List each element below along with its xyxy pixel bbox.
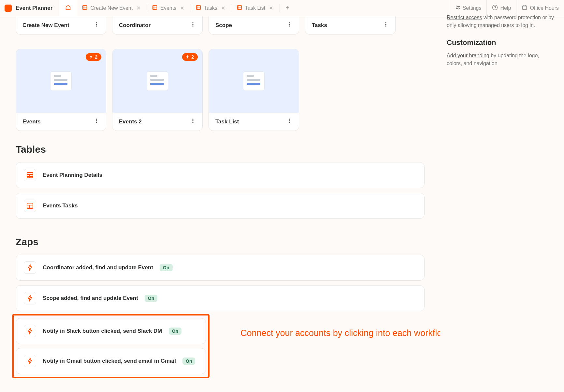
annotation-text: Connect your accounts by clicking into e… — [240, 328, 440, 338]
status-badge: On — [160, 264, 172, 271]
tab-label: Task List — [245, 5, 265, 11]
zap-icon — [24, 325, 36, 337]
page-icon — [237, 5, 242, 12]
settings-icon — [455, 5, 460, 12]
tab-task-list[interactable]: Task List ✕ — [232, 0, 280, 16]
table-row-events-tasks[interactable]: Events Tasks — [16, 193, 425, 219]
tab-events[interactable]: Events ✕ — [147, 0, 191, 16]
doc-thumb-icon — [147, 72, 168, 91]
close-icon[interactable]: ✕ — [179, 5, 186, 12]
zap-row-scope[interactable]: Scope added, find and update Event On — [16, 285, 425, 311]
badge-count: 2 — [191, 54, 194, 60]
card-title: Events — [22, 119, 41, 125]
card-title: Events 2 — [119, 119, 142, 125]
card-preview: 2 — [16, 49, 106, 113]
card-coordinator[interactable]: Coordinator — [112, 16, 203, 35]
table-title: Event Planning Details — [43, 172, 102, 178]
card-menu-button[interactable] — [94, 118, 99, 125]
card-preview — [209, 49, 299, 113]
card-title: Coordinator — [119, 22, 151, 29]
tab-create-new-event[interactable]: Create New Event ✕ — [77, 0, 147, 16]
add-branding-link[interactable]: Add your branding — [447, 53, 489, 58]
page-icon — [152, 5, 158, 12]
bolt-icon — [185, 55, 189, 59]
card-menu-button[interactable] — [286, 118, 292, 125]
card-title: Create New Event — [22, 22, 69, 29]
zap-icon — [24, 292, 36, 304]
card-preview: 2 — [112, 49, 202, 113]
table-title: Events Tasks — [43, 203, 78, 209]
help-icon — [492, 5, 498, 12]
card-menu-button[interactable] — [190, 118, 196, 125]
tab-tasks[interactable]: Tasks ✕ — [191, 0, 232, 16]
section-tables: Tables Event Planning Details Events Tas… — [0, 131, 440, 219]
brand-area: Event Planner — [5, 5, 59, 12]
tab-label: Events — [160, 5, 176, 11]
sidebar-paragraph: Restrict access with password protection… — [447, 14, 554, 29]
card-events-2[interactable]: 2 Events 2 — [112, 49, 203, 131]
doc-thumb-icon — [243, 72, 264, 91]
close-icon[interactable]: ✕ — [220, 5, 227, 12]
card-tasks[interactable]: Tasks — [305, 16, 396, 35]
zap-row-gmail[interactable]: Notify in Gmail button clicked, send ema… — [16, 348, 206, 374]
brand-title: Event Planner — [16, 5, 52, 11]
tab-label: Create New Event — [90, 5, 133, 11]
status-badge: On — [169, 328, 181, 335]
help-label: Help — [500, 5, 511, 11]
table-icon — [24, 200, 36, 212]
zap-count-badge: 2 — [86, 53, 101, 61]
card-menu-button[interactable] — [190, 21, 196, 29]
badge-count: 2 — [95, 54, 97, 60]
card-menu-button[interactable] — [94, 21, 99, 29]
table-row-event-planning-details[interactable]: Event Planning Details — [16, 162, 425, 188]
home-icon — [65, 5, 71, 12]
customization-heading: Customization — [447, 37, 554, 48]
card-title: Task List — [215, 119, 239, 125]
status-badge: On — [182, 357, 195, 365]
card-scope[interactable]: Scope — [209, 16, 299, 35]
doc-thumb-icon — [51, 72, 71, 91]
zap-title: Scope added, find and update Event — [43, 295, 138, 301]
card-title: Scope — [215, 22, 232, 29]
bolt-icon — [89, 55, 93, 59]
tab-strip: Create New Event ✕ Events ✕ Tasks ✕ Task… — [59, 0, 296, 16]
zap-icon — [24, 355, 36, 367]
zap-row-coordinator[interactable]: Coordinator added, find and update Event… — [16, 255, 425, 281]
close-icon[interactable]: ✕ — [268, 5, 275, 12]
right-sidebar: Restrict access with password protection… — [440, 16, 564, 392]
section-heading: Zaps — [16, 236, 425, 247]
section-heading: Tables — [16, 144, 425, 155]
table-icon — [24, 169, 36, 181]
tab-home[interactable] — [59, 0, 77, 16]
main-pane: Create New Event Coordinator Scope Tasks — [0, 16, 440, 392]
highlighted-zap-group: Notify in Slack button clicked, send Sla… — [12, 314, 210, 378]
card-row-cut: Create New Event Coordinator Scope Tasks — [0, 16, 440, 38]
card-menu-button[interactable] — [383, 21, 389, 29]
zap-count-badge: 2 — [182, 53, 198, 61]
restrict-access-link[interactable]: Restrict access — [447, 15, 482, 20]
zap-title: Coordinator added, find and update Event — [43, 264, 153, 271]
sidebar-paragraph: Add your branding by updating the logo, … — [447, 52, 554, 67]
page-icon — [195, 5, 201, 12]
card-events[interactable]: 2 Events — [16, 49, 106, 131]
zap-title: Notify in Slack button clicked, send Sla… — [43, 328, 162, 334]
new-tab-button[interactable]: + — [280, 4, 296, 12]
card-task-list[interactable]: Task List — [209, 49, 299, 131]
card-row-previews: 2 Events 2 Events 2 — [0, 49, 440, 131]
settings-label: Settings — [463, 5, 482, 11]
close-icon[interactable]: ✕ — [135, 5, 142, 12]
calendar-icon — [522, 5, 528, 12]
card-title: Tasks — [312, 22, 327, 29]
status-badge: On — [145, 295, 157, 302]
page-icon — [82, 5, 88, 12]
zap-title: Notify in Gmail button clicked, send ema… — [43, 358, 176, 364]
brand-logo[interactable] — [5, 5, 12, 12]
zap-icon — [24, 261, 36, 274]
zap-row-slack[interactable]: Notify in Slack button clicked, send Sla… — [16, 318, 206, 344]
section-zaps: Zaps Coordinator added, find and update … — [0, 223, 440, 378]
card-create-new-event[interactable]: Create New Event — [16, 16, 106, 35]
card-menu-button[interactable] — [286, 21, 292, 29]
office-hours-label: Office Hours — [530, 5, 559, 11]
tab-label: Tasks — [204, 5, 217, 11]
